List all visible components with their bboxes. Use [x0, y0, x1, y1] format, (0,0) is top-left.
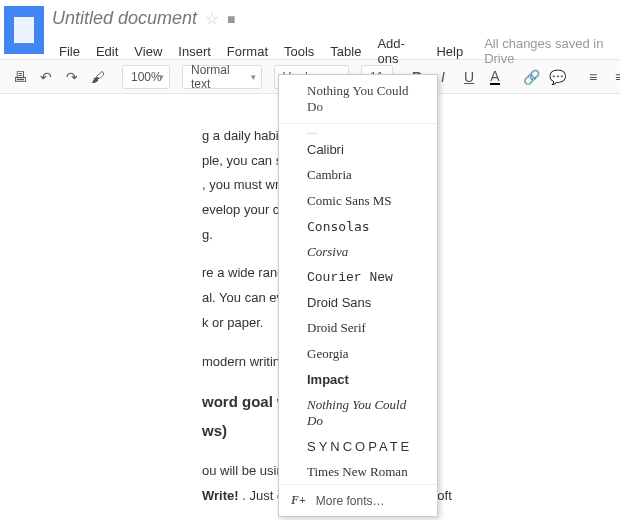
font-option[interactable]: Droid Serif [279, 315, 437, 341]
font-option[interactable]: Corsiva [279, 239, 437, 265]
docs-logo[interactable] [4, 6, 44, 54]
font-dropdown-recent[interactable]: Nothing You Could Do [279, 75, 437, 124]
more-fonts-label: More fonts… [316, 494, 385, 508]
folder-icon[interactable]: ■ [227, 11, 235, 27]
paint-format-icon[interactable]: 🖌 [86, 65, 110, 89]
redo-icon[interactable]: ↷ [60, 65, 84, 89]
font-option[interactable]: Impact [279, 367, 437, 392]
menu-table[interactable]: Table [323, 41, 368, 62]
menu-view[interactable]: View [127, 41, 169, 62]
menu-add-ons[interactable]: Add-ons [370, 33, 427, 69]
body-text: g. [202, 227, 213, 242]
insert-comment-icon[interactable]: 💬 [545, 65, 569, 89]
menu-format[interactable]: Format [220, 41, 275, 62]
font-option[interactable]: Consolas [279, 214, 437, 239]
underline-button[interactable]: U [457, 65, 481, 89]
font-option[interactable]: Comic Sans MS [279, 188, 437, 214]
menu-edit[interactable]: Edit [89, 41, 125, 62]
font-option[interactable]: Georgia [279, 341, 437, 367]
font-option[interactable]: Times New Roman [279, 459, 437, 484]
text-color-button[interactable]: A [483, 65, 507, 89]
document-title[interactable]: Untitled document [52, 8, 197, 29]
insert-link-icon[interactable]: 🔗 [519, 65, 543, 89]
more-fonts-icon: F+ [291, 493, 306, 508]
heading-text: ws) [202, 422, 227, 439]
print-icon[interactable]: 🖶 [8, 65, 32, 89]
font-option[interactable]: Cambria [279, 162, 437, 188]
font-dropdown: Nothing You Could Do …CalibriCambriaComi… [278, 74, 438, 517]
align-center-icon[interactable]: ≡ [607, 65, 620, 89]
menu-insert[interactable]: Insert [171, 41, 218, 62]
font-list[interactable]: …CalibriCambriaComic Sans MSConsolasCors… [279, 124, 437, 484]
font-option[interactable]: Droid Sans [279, 290, 437, 315]
app-header: Untitled document ☆ ■ FileEditViewInsert… [0, 0, 620, 60]
menu-bar: FileEditViewInsertFormatToolsTableAdd-on… [52, 33, 620, 69]
zoom-select[interactable]: 100% [122, 65, 170, 89]
undo-icon[interactable]: ↶ [34, 65, 58, 89]
save-status: All changes saved in Drive [484, 36, 620, 66]
star-icon[interactable]: ☆ [205, 9, 219, 28]
paragraph-style-select[interactable]: Normal text [182, 65, 262, 89]
font-option[interactable]: SYNCOPATE [279, 434, 437, 459]
menu-help[interactable]: Help [429, 41, 470, 62]
body-text: k or paper. [202, 315, 263, 330]
font-option[interactable]: Calibri [279, 137, 437, 162]
menu-tools[interactable]: Tools [277, 41, 321, 62]
font-option[interactable]: Courier New [279, 265, 437, 290]
more-fonts-button[interactable]: F+ More fonts… [279, 484, 437, 516]
menu-file[interactable]: File [52, 41, 87, 62]
body-text-bold: Write! [202, 488, 239, 503]
font-option[interactable]: Nothing You Could Do [279, 392, 437, 434]
align-left-icon[interactable]: ≡ [581, 65, 605, 89]
